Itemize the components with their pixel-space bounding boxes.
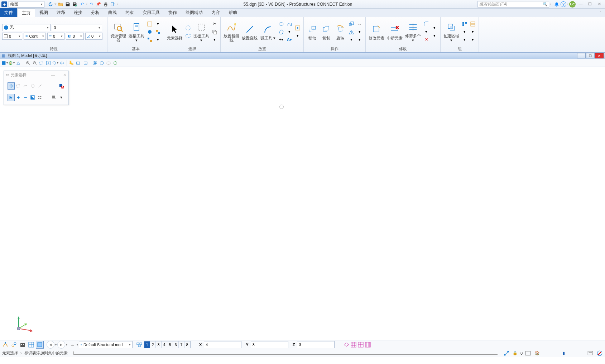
ribbon-collapse[interactable]: ˆ bbox=[596, 10, 605, 17]
help-icon[interactable]: ? bbox=[561, 1, 566, 7]
mode-invert-icon[interactable] bbox=[29, 94, 36, 101]
scale-icon[interactable] bbox=[348, 20, 355, 28]
grid2-icon[interactable] bbox=[357, 341, 364, 348]
expand-icon[interactable]: ▼ bbox=[58, 94, 65, 101]
lock-icon[interactable]: 🔒 bbox=[512, 350, 518, 356]
nav-fwd[interactable]: ► bbox=[57, 341, 65, 349]
smartline-button[interactable]: 放置智能线 bbox=[223, 20, 240, 44]
tab-home[interactable]: 主页 bbox=[17, 9, 35, 17]
ellipse-icon[interactable] bbox=[278, 20, 285, 28]
window-area-icon[interactable] bbox=[38, 60, 45, 66]
element-select-button[interactable]: 元素选择 bbox=[166, 22, 183, 42]
iso-grid-icon[interactable] bbox=[343, 341, 350, 348]
notification-icon[interactable] bbox=[553, 1, 560, 8]
mirror-icon[interactable] bbox=[348, 28, 355, 35]
offset-icon[interactable]: ▾ bbox=[356, 36, 363, 43]
pin-icon[interactable]: 📌 bbox=[95, 1, 102, 8]
mode-new-icon[interactable] bbox=[8, 94, 15, 101]
nav-back[interactable]: ◄ bbox=[47, 341, 54, 349]
spline-icon[interactable] bbox=[286, 20, 293, 28]
point-icon[interactable]: +▾ bbox=[278, 36, 285, 43]
connect-tool-button[interactable]: 连接工具 ▾ bbox=[128, 20, 145, 44]
modify-element-button[interactable]: 修改元素 bbox=[368, 22, 385, 42]
tab-help[interactable]: 帮助 bbox=[224, 8, 241, 17]
layer-combo[interactable]: 无 bbox=[2, 24, 51, 31]
messages-icon[interactable] bbox=[587, 350, 594, 356]
user-badge[interactable]: UC bbox=[569, 1, 576, 8]
copy-button[interactable]: 复制 bbox=[320, 22, 333, 42]
intersect-icon[interactable]: ▾ bbox=[431, 32, 438, 39]
zoom-out-icon[interactable] bbox=[32, 60, 38, 66]
grid1-icon[interactable] bbox=[350, 341, 357, 348]
display-style-icon[interactable] bbox=[8, 60, 15, 66]
tab-collab[interactable]: 协作 bbox=[164, 8, 181, 17]
view-num-2[interactable]: 2 bbox=[150, 341, 156, 348]
view-num-8[interactable]: 8 bbox=[184, 341, 190, 348]
ungroup-icon[interactable]: ▾ bbox=[461, 28, 468, 35]
transparency-combo[interactable]: ◐0 bbox=[66, 33, 84, 40]
fillet-icon[interactable] bbox=[423, 20, 430, 28]
view-next-icon[interactable] bbox=[82, 60, 88, 66]
view-prev-icon[interactable] bbox=[75, 60, 82, 66]
locks-icon[interactable] bbox=[19, 341, 27, 349]
tab-analyze[interactable]: 分析 bbox=[87, 8, 104, 17]
palette-close[interactable]: ✕ bbox=[63, 73, 66, 77]
tool-small-3[interactable] bbox=[146, 36, 153, 43]
fence-tool-button[interactable]: 围栅工具 ▾ bbox=[193, 20, 210, 44]
tab-annotate[interactable]: 注释 bbox=[52, 8, 69, 17]
select-rect-icon[interactable] bbox=[184, 32, 192, 39]
align-icon[interactable]: ▾ bbox=[356, 28, 363, 35]
level-combo[interactable]: 0 bbox=[52, 24, 102, 31]
polygon-icon[interactable] bbox=[278, 28, 285, 35]
grid-lock-icon[interactable] bbox=[27, 341, 35, 349]
zoom-in-icon[interactable] bbox=[25, 60, 31, 66]
pattern-icon[interactable]: ▾ bbox=[469, 28, 476, 35]
view-minimize[interactable]: — bbox=[577, 53, 586, 58]
walk-icon[interactable]: 🦶 bbox=[68, 60, 75, 66]
open-icon[interactable] bbox=[57, 1, 64, 8]
tool-small-6[interactable]: ▾ bbox=[154, 36, 162, 43]
minimize-button[interactable]: — bbox=[576, 1, 585, 8]
rotate-button[interactable]: 旋转 bbox=[334, 22, 347, 42]
extend-icon[interactable]: ▾ bbox=[423, 28, 430, 35]
break-element-button[interactable]: 中断元素 bbox=[386, 22, 403, 42]
select-circle-icon[interactable] bbox=[184, 24, 192, 32]
select-block-icon[interactable] bbox=[15, 82, 22, 90]
mode-add-icon[interactable]: + bbox=[15, 94, 22, 101]
redo-icon[interactable]: ↷ bbox=[88, 1, 95, 8]
active-snap-icon[interactable] bbox=[36, 341, 44, 349]
cloud-icon[interactable]: ☁ bbox=[68, 341, 76, 349]
view-canvas[interactable]: ✏ 元素选择 — ✕ + − ▼ bbox=[0, 67, 605, 340]
snap-mode-icon[interactable] bbox=[10, 341, 18, 349]
view-close[interactable]: ✕ bbox=[595, 53, 604, 58]
search-icon[interactable]: 🔍 bbox=[542, 2, 547, 6]
tab-draw-aid[interactable]: 绘图辅助 bbox=[181, 8, 207, 17]
export-icon[interactable] bbox=[110, 1, 116, 8]
line-button[interactable]: 放置直线 bbox=[241, 22, 258, 42]
tool-small-5[interactable] bbox=[154, 28, 162, 35]
select-shape-icon[interactable] bbox=[22, 82, 29, 90]
linestyle-combo[interactable]: ≡Conti bbox=[24, 33, 46, 40]
add-group-icon[interactable]: ▾ bbox=[461, 36, 468, 43]
priority-combo[interactable]: ◿0 bbox=[85, 33, 102, 40]
graphic-group-icon[interactable]: ▾ bbox=[469, 36, 476, 43]
save-settings-icon[interactable] bbox=[72, 1, 78, 8]
paste-icon[interactable]: ▾ bbox=[211, 36, 218, 43]
create-region-button[interactable]: 创建区域 ▾ bbox=[443, 20, 460, 44]
color-combo[interactable]: 0 bbox=[2, 33, 22, 40]
view-num-3[interactable]: 3 bbox=[156, 341, 162, 348]
arc-button[interactable]: 弧工具 ▾ bbox=[259, 22, 277, 42]
view-groups-icon[interactable] bbox=[135, 341, 143, 349]
workflow-combo[interactable]: 绘图 bbox=[9, 1, 44, 8]
running-coords-icon[interactable] bbox=[525, 350, 531, 356]
clip-volume-icon[interactable] bbox=[99, 60, 105, 66]
tool-small-2[interactable] bbox=[146, 28, 153, 35]
mode-all-icon[interactable] bbox=[36, 94, 43, 101]
curve-icon[interactable]: ▾ bbox=[286, 28, 293, 35]
view-attrs-icon[interactable] bbox=[1, 60, 8, 66]
hatch-icon[interactable] bbox=[469, 20, 476, 28]
save-icon[interactable] bbox=[64, 1, 71, 8]
move-button[interactable]: 移动 bbox=[306, 22, 319, 42]
chamfer-icon[interactable]: ▾ bbox=[431, 24, 438, 32]
grid3-icon[interactable] bbox=[365, 341, 371, 348]
